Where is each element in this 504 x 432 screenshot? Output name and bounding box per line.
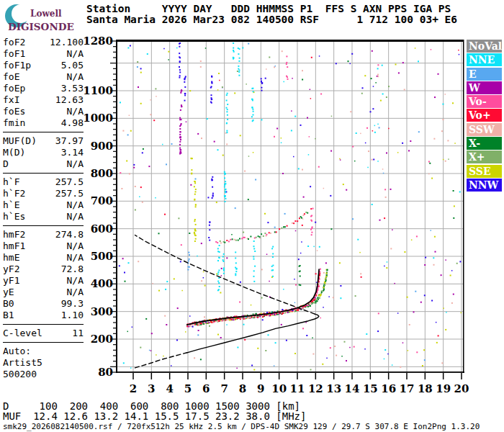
y-tick-label: 700 bbox=[91, 194, 113, 207]
x-tick-label: 12 bbox=[308, 382, 323, 395]
y-tick-label: 900 bbox=[91, 140, 113, 153]
x-tick-label: 3 bbox=[148, 382, 155, 395]
plot-frame bbox=[116, 40, 464, 373]
x-tick-label: 19 bbox=[436, 382, 451, 395]
x-tick-label: 2 bbox=[130, 382, 137, 395]
legend-item-nne: NNE bbox=[467, 53, 502, 66]
x-tick-label: 18 bbox=[418, 382, 433, 395]
grid bbox=[117, 41, 463, 372]
legend-item-nnw: NNW bbox=[467, 179, 502, 192]
x-tick-label: 13 bbox=[326, 382, 341, 395]
bottom-status-block: D 100 200 400 600 800 1000 1500 3000 [km… bbox=[3, 401, 480, 431]
x-tick-label: 8 bbox=[239, 382, 246, 395]
legend-item-e: E bbox=[467, 68, 502, 81]
legend-item-vo: Vo+ bbox=[467, 109, 502, 122]
x-tick-label: 11 bbox=[290, 382, 305, 395]
x-tick-label: 5 bbox=[184, 382, 192, 395]
legend-item-x: X+ bbox=[467, 150, 502, 163]
x-tick-label: 20 bbox=[454, 382, 469, 395]
x-tick-label: 7 bbox=[220, 382, 228, 395]
ionogram-screen: Lowell DIGISONDE Station YYYY DAY DDD HH… bbox=[0, 0, 504, 432]
axes: 2345678910111213141516171819201280110010… bbox=[83, 35, 469, 395]
topside-profile-dashed bbox=[135, 235, 315, 315]
x-tick-label: 16 bbox=[381, 382, 396, 395]
x-tick-label: 6 bbox=[202, 382, 210, 395]
distance-row: D 100 200 400 600 800 1000 1500 3000 [km… bbox=[3, 401, 480, 411]
legend-item-vo: Vo- bbox=[467, 95, 502, 108]
legend-item-sse: SSE bbox=[467, 165, 502, 178]
legend-item-noval: NoVal bbox=[467, 40, 502, 53]
y-tick-label: 600 bbox=[91, 222, 113, 235]
x-tick-label: 15 bbox=[363, 382, 378, 395]
color-legend: NoValNNEEWVo-Vo+SSWX-X+SSENNW bbox=[467, 40, 502, 192]
y-tick-label: 500 bbox=[91, 250, 113, 263]
x-tick-label: 9 bbox=[257, 382, 264, 395]
y-tick-label: 800 bbox=[91, 167, 113, 180]
ionogram-plot: 2345678910111213141516171819201280110010… bbox=[0, 0, 504, 432]
legend-item-x: X- bbox=[467, 137, 502, 150]
muf-row: MUF 12.4 12.6 13.2 14.1 15.5 17.5 23.2 3… bbox=[3, 411, 480, 421]
x-tick-label: 10 bbox=[271, 382, 287, 395]
y-tick-label: 300 bbox=[91, 305, 113, 318]
y-tick-label: 400 bbox=[91, 277, 113, 290]
x-tick-label: 4 bbox=[166, 382, 173, 395]
echo-dots-layer bbox=[119, 42, 462, 371]
file-info-line: smk29_2026082140500.rsf / 720fx512h 25 k… bbox=[3, 422, 480, 431]
x-tick-label: 17 bbox=[400, 382, 415, 395]
legend-item-w: W bbox=[467, 81, 502, 94]
y-tick-label: 1280 bbox=[83, 35, 113, 48]
x-tick-label: 14 bbox=[345, 382, 360, 395]
legend-item-ssw: SSW bbox=[467, 123, 502, 136]
y-tick-label: 80 bbox=[98, 366, 113, 379]
profile-curves-layer bbox=[135, 235, 320, 368]
y-tick-label: 1100 bbox=[83, 84, 113, 97]
bottomside-profile-dashed bbox=[135, 353, 187, 368]
y-tick-label: 200 bbox=[91, 333, 113, 346]
y-tick-label: 1000 bbox=[83, 112, 113, 125]
